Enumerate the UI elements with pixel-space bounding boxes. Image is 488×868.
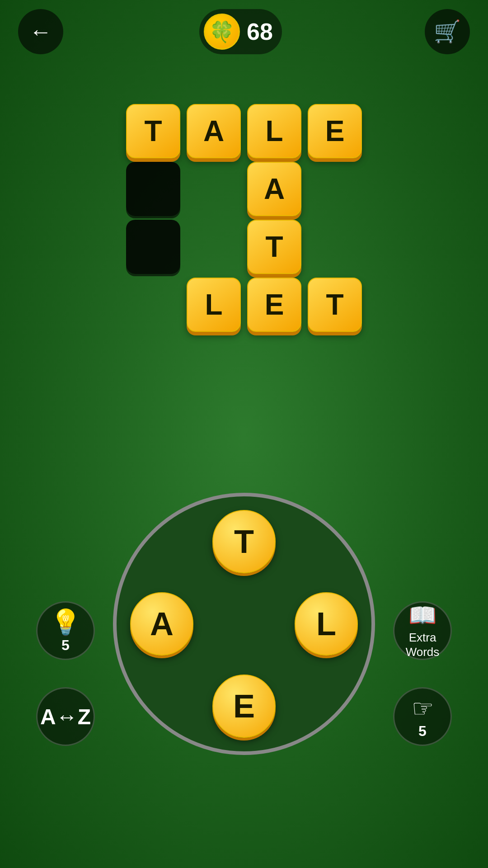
grid-row-4: L E T — [126, 278, 362, 332]
tile-T-row3: T — [247, 220, 301, 274]
tile-E-row4: E — [247, 278, 301, 332]
shuffle-icon: A↔Z — [40, 704, 91, 729]
coin-area: 🍀 68 — [199, 9, 282, 54]
touch-count: 5 — [418, 723, 427, 740]
tile-A-row1: A — [187, 104, 241, 158]
hint-icon: 💡 — [50, 608, 81, 637]
tile-L-row1: L — [247, 104, 301, 158]
grid-row-3: T — [126, 220, 362, 274]
circle-letter-T[interactable]: T — [212, 510, 276, 573]
header: ← 🍀 68 🛒 — [0, 0, 488, 63]
crossword-grid: T A L E A T L E T — [0, 104, 488, 332]
coin-icon: 🍀 — [204, 14, 240, 50]
tile-T-row1: T — [126, 104, 180, 158]
tile-L-row4: L — [187, 278, 241, 332]
tile-empty-row2 — [126, 162, 180, 216]
circle-letter-E[interactable]: E — [212, 675, 276, 738]
grid-row-2: A — [126, 162, 362, 216]
circle-letter-A[interactable]: A — [130, 592, 193, 656]
letter-circle: T A L E — [113, 493, 375, 755]
hint-button[interactable]: 💡 5 — [36, 601, 95, 660]
cart-icon: 🛒 — [434, 19, 461, 44]
extra-words-icon: 📖 — [408, 602, 436, 628]
cart-button[interactable]: 🛒 — [425, 9, 470, 54]
back-arrow-icon: ← — [29, 20, 52, 43]
letter-circle-container: T A L E — [113, 493, 375, 755]
tile-A-row2: A — [247, 162, 301, 216]
touch-button[interactable]: ☞ 5 — [393, 687, 452, 746]
shuffle-button[interactable]: A↔Z — [36, 687, 95, 746]
touch-icon: ☞ — [412, 694, 434, 723]
tile-T-row4: T — [308, 278, 362, 332]
tile-empty-row3 — [126, 220, 180, 274]
extra-words-label: Extra Words — [394, 631, 450, 659]
circle-letter-L[interactable]: L — [295, 592, 358, 656]
grid-row-1: T A L E — [126, 104, 362, 158]
tile-E-row1: E — [308, 104, 362, 158]
coin-count: 68 — [247, 18, 273, 45]
extra-words-button[interactable]: 📖 Extra Words — [393, 601, 452, 660]
back-button[interactable]: ← — [18, 9, 63, 54]
hint-count: 5 — [61, 637, 70, 654]
